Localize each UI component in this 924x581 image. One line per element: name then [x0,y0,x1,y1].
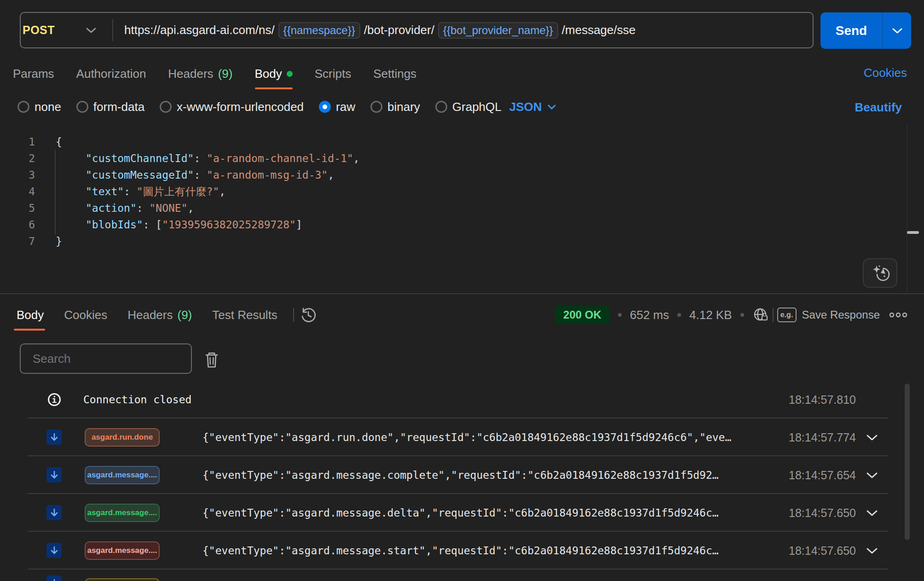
tab-headers[interactable]: Headers(9) [168,67,232,81]
url-suffix: /message/sse [562,23,635,37]
beautify-link[interactable]: Beautify [855,100,902,115]
url-variable-bot-provider-name[interactable]: {{bot_provider_name}} [438,22,558,39]
event-json-preview: {"eventType":"asgard.message.start","req… [202,532,719,569]
response-tab-test-results[interactable]: Test Results [212,308,277,322]
editor-line-numbers: 1 2 3 4 5 6 7 [0,134,35,250]
radio-icon [435,101,447,113]
response-row-event[interactable] [0,569,924,581]
send-button[interactable]: Send [820,12,882,49]
mode-raw[interactable]: raw [319,100,355,114]
radio-icon [370,101,382,113]
response-active-tab-underline [14,329,45,331]
send-options-button[interactable] [883,12,911,49]
download-arrow-icon [46,575,62,581]
search-input[interactable] [21,352,191,366]
status-bar-divider [773,308,774,322]
history-icon[interactable] [300,306,317,324]
event-type-badge: asgard.run.done [85,428,160,447]
row-timestamp: 18:14:57.654 [789,456,856,494]
body-type-selector[interactable]: JSON [509,100,556,114]
url-mid: /bot-provider/ [364,23,434,37]
mode-binary[interactable]: binary [370,100,420,114]
expand-chevron-icon[interactable] [866,494,878,532]
mode-none[interactable]: none [17,100,61,114]
event-type-badge: asgard.message.... [85,466,160,484]
response-tabs: Body Cookies Headers(9) Test Results [17,300,317,330]
row-timestamp: 18:14:57.810 [789,381,856,418]
method-url-divider [112,19,113,41]
tab-settings[interactable]: Settings [373,67,416,81]
request-body-editor[interactable]: 1 2 3 4 5 6 7 {"customChannelId": "a-ran… [0,125,924,293]
radio-icon [76,101,88,113]
event-type-badge: asgard.message.... [85,504,160,522]
radio-icon [319,101,331,113]
expand-chevron-icon[interactable] [866,418,878,456]
event-json-preview: {"eventType":"asgard.message.delta","req… [202,494,719,532]
response-row-event[interactable]: asgard.message.... {"eventType":"asgard.… [0,456,924,494]
chevron-down-icon [892,28,903,34]
response-rows: i Connection closed 18:14:57.810 asgard.… [0,381,924,581]
url-input[interactable]: https://api.asgard-ai.com/ns/ {{namespac… [124,22,635,39]
response-row-event[interactable]: asgard.message.... {"eventType":"asgard.… [0,532,924,569]
save-response-button[interactable]: e.g. Save Response [777,308,880,322]
response-status-bar: 200 OK 652 ms 4.12 KB e.g. Save Response [555,300,908,330]
chevron-down-icon [548,105,556,110]
event-json-preview: {"eventType":"asgard.message.complete","… [202,456,719,494]
response-scrollbar[interactable] [905,383,910,540]
mode-graphql[interactable]: GraphQL [435,100,502,114]
dot-separator [677,313,681,317]
network-globe-icon[interactable] [752,307,769,323]
mode-x-www-form-urlencoded[interactable]: x-www-form-urlencoded [160,100,304,114]
postbot-button[interactable] [863,258,897,288]
dot-separator [740,313,744,317]
download-arrow-icon [46,543,62,558]
request-url-bar: POST https://api.asgard-ai.com/ns/ {{nam… [20,12,814,48]
row-timestamp: 18:14:57.774 [789,418,856,456]
mode-form-data[interactable]: form-data [76,100,144,114]
editor-scrollbar-thumb[interactable] [907,231,919,234]
request-response-divider [0,293,924,294]
response-row-event[interactable]: asgard.run.done {"eventType":"asgard.run… [0,418,924,456]
body-mode-options: none form-data x-www-form-urlencoded raw… [17,96,556,117]
expand-chevron-icon[interactable] [866,532,878,569]
response-tab-headers[interactable]: Headers(9) [127,308,192,322]
example-icon: e.g. [777,308,797,322]
response-size[interactable]: 4.12 KB [689,308,732,322]
postbot-icon [870,263,890,283]
download-arrow-icon [46,430,62,445]
response-time[interactable]: 652 ms [630,308,669,322]
chevron-down-icon [86,27,97,34]
headers-count: (9) [218,67,233,81]
request-tabs: Params Authorization Headers(9) Body Scr… [13,61,416,87]
response-tab-cookies[interactable]: Cookies [64,308,107,322]
radio-icon [17,101,29,113]
method-selector[interactable]: POST [21,23,112,37]
status-badge[interactable]: 200 OK [555,306,610,324]
response-row-event[interactable]: asgard.message.... {"eventType":"asgard.… [0,494,924,532]
response-tab-body[interactable]: Body [17,308,44,322]
event-type-badge [85,578,160,581]
event-json-preview: {"eventType":"asgard.run.done","requestI… [202,418,731,456]
download-arrow-icon [46,505,62,520]
row-timestamp: 18:14:57.650 [789,532,856,569]
active-tab-underline [255,87,293,89]
more-options-icon[interactable] [888,310,908,320]
body-modified-dot [287,71,293,77]
response-headers-count: (9) [177,308,192,322]
url-variable-namespace[interactable]: {{namespace}} [278,22,360,39]
response-tabs-divider [293,308,294,322]
cookies-link[interactable]: Cookies [864,66,907,80]
editor-code: {"customChannelId": "a-random-channel-id… [56,134,359,250]
trash-icon[interactable] [202,350,221,370]
expand-chevron-icon[interactable] [866,456,878,494]
tab-scripts[interactable]: Scripts [315,67,351,81]
row-timestamp: 18:14:57.650 [789,494,856,532]
tab-authorization[interactable]: Authorization [76,67,146,81]
tab-params[interactable]: Params [13,67,54,81]
tab-body[interactable]: Body [254,67,292,81]
info-icon: i [48,393,61,406]
response-row-info[interactable]: i Connection closed 18:14:57.810 [0,381,924,418]
editor-scrollbar-track [907,125,907,293]
url-prefix: https://api.asgard-ai.com/ns/ [124,23,275,37]
send-button-group: Send [820,12,911,49]
